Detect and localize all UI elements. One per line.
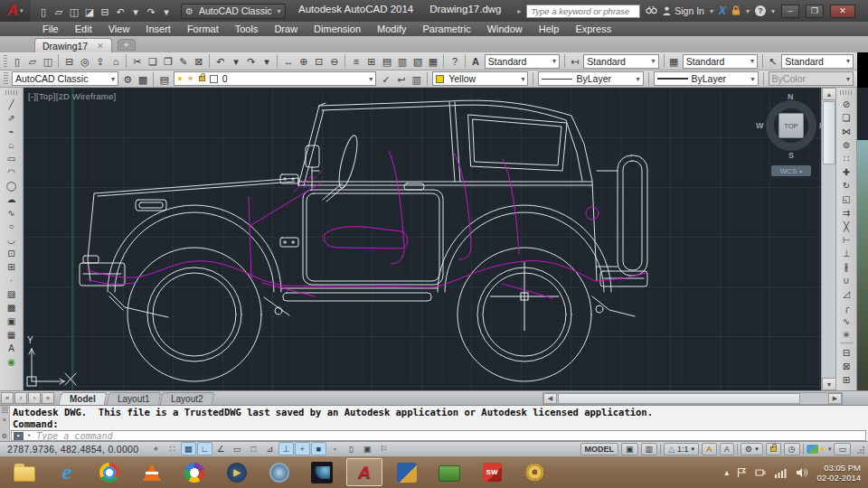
model-space-button[interactable]: MODEL: [580, 443, 619, 455]
horizontal-scrollbar[interactable]: ◀ ▶: [542, 392, 843, 405]
auto-annotation-icon[interactable]: A: [720, 443, 735, 455]
power-plug-icon[interactable]: [755, 467, 767, 478]
object-snap-tracking-toggle[interactable]: ⊿: [262, 442, 278, 455]
help-icon[interactable]: ?: [755, 5, 766, 16]
help-icon[interactable]: ?: [447, 53, 462, 69]
dynamic-ucs-toggle[interactable]: ⊥: [278, 442, 294, 455]
scale-icon[interactable]: ◱: [838, 192, 854, 205]
toolbar-lock-icon[interactable]: [766, 443, 781, 455]
rotate-icon[interactable]: ↻: [838, 178, 854, 192]
fillet-icon[interactable]: ╭: [838, 300, 854, 314]
dimension-style-dropdown[interactable]: Standard▾: [583, 54, 658, 69]
multiline-text-icon[interactable]: A: [4, 341, 20, 354]
redo-icon[interactable]: ↷: [144, 4, 158, 19]
vlc-icon[interactable]: [134, 458, 170, 486]
linetype-control-dropdown[interactable]: ByLayer▾: [538, 71, 643, 86]
match-properties-icon[interactable]: ✎: [175, 53, 191, 69]
designcenter-icon[interactable]: ⊞: [363, 53, 379, 69]
viewcube-top-face[interactable]: TOP: [778, 113, 804, 138]
polygon-icon[interactable]: ⌂: [4, 137, 20, 151]
menu-file[interactable]: File: [34, 22, 67, 36]
layout-tab-model[interactable]: Model: [58, 392, 107, 406]
gold-disc-icon[interactable]: [516, 458, 552, 486]
toolbar-grip[interactable]: [5, 90, 18, 95]
redo-dropdown-icon[interactable]: ▾: [159, 4, 174, 19]
undo-dropdown-icon[interactable]: ▾: [228, 53, 243, 69]
annotation-visibility-icon[interactable]: A: [702, 443, 717, 455]
zoom-window-icon[interactable]: ⊡: [311, 53, 326, 69]
break-at-point-icon[interactable]: ⊥: [838, 246, 854, 259]
point-icon[interactable]: ·: [4, 273, 20, 286]
gradient-icon[interactable]: ▩: [4, 300, 20, 314]
minimize-button[interactable]: –: [781, 5, 799, 18]
drawing-tab[interactable]: Drawing17 ✕: [34, 38, 112, 52]
customize-icon[interactable]: ⚙: [2, 431, 6, 440]
hatch-icon[interactable]: ▨: [4, 286, 20, 300]
open-file-icon[interactable]: ▱: [24, 53, 40, 69]
erase-icon[interactable]: ⊘: [838, 97, 854, 110]
join-icon[interactable]: ∪: [838, 273, 854, 286]
isolate-objects-icon[interactable]: ◷: [784, 443, 800, 455]
toolbar-grip[interactable]: [4, 72, 8, 85]
ellipse-icon[interactable]: ○: [4, 219, 20, 232]
plot-icon[interactable]: ⊟: [61, 53, 77, 69]
maximize-button[interactable]: ❐: [806, 5, 824, 18]
grid-display-toggle[interactable]: ▦: [181, 442, 196, 455]
polar-tracking-toggle[interactable]: ∠: [213, 442, 229, 455]
viewcube-south[interactable]: S: [788, 151, 794, 160]
snap-mode-toggle[interactable]: ∷: [165, 442, 180, 455]
table-icon[interactable]: ▦: [4, 327, 20, 341]
revision-cloud-icon[interactable]: ☁: [4, 192, 20, 205]
close-tab-icon[interactable]: ✕: [97, 42, 104, 51]
open-file-icon[interactable]: ▱: [52, 4, 66, 19]
region-icon[interactable]: ▣: [4, 314, 20, 327]
color-control-dropdown[interactable]: Yellow▾: [432, 71, 528, 86]
markup-set-manager-icon[interactable]: ▧: [410, 53, 425, 69]
toolbar-grip[interactable]: [4, 55, 7, 68]
publish-icon[interactable]: ⇪: [92, 53, 108, 69]
chamfer-icon[interactable]: ◿: [838, 286, 854, 300]
send-to-back-icon[interactable]: ⊠: [838, 359, 854, 372]
workspace-switching-icon[interactable]: ⚙▾: [741, 443, 763, 455]
arc-icon[interactable]: ◠: [4, 164, 20, 178]
plot-icon[interactable]: ⊟: [98, 4, 112, 19]
sheet-set-manager-icon[interactable]: ▥: [394, 53, 410, 69]
tool-palettes-icon[interactable]: ▤: [379, 53, 394, 69]
ortho-mode-toggle[interactable]: ∟: [197, 442, 212, 455]
sign-in-button[interactable]: Sign In: [663, 5, 704, 16]
show-lineweight-toggle[interactable]: ■: [311, 442, 326, 455]
command-drag-grip[interactable]: [2, 407, 8, 414]
annotation-monitor-toggle[interactable]: ⚐: [376, 442, 392, 455]
layout-tab-layout1[interactable]: Layout1: [106, 392, 161, 406]
save-icon[interactable]: ◫: [40, 53, 55, 69]
swirl-app-icon[interactable]: [261, 458, 297, 486]
clean-screen-icon[interactable]: ▭: [834, 443, 851, 455]
break-icon[interactable]: ∦: [838, 259, 854, 273]
new-tab-button[interactable]: +: [118, 39, 136, 51]
menu-tools[interactable]: Tools: [227, 22, 267, 36]
array-icon[interactable]: ∷: [838, 151, 854, 164]
properties-palette-icon[interactable]: ≡: [348, 53, 363, 69]
menu-draw[interactable]: Draw: [266, 22, 306, 36]
workspaces-dropdown[interactable]: AutoCAD Classic▾: [12, 71, 118, 86]
selection-cycling-toggle[interactable]: ▣: [360, 442, 375, 455]
recent-commands-icon[interactable]: ▾: [27, 432, 31, 439]
quickcalc-icon[interactable]: ▦: [425, 53, 440, 69]
undo-icon[interactable]: ↶: [113, 4, 127, 19]
viewcube-west[interactable]: W: [756, 121, 764, 130]
scroll-right-icon[interactable]: ▶: [828, 393, 842, 404]
export-dwf-icon[interactable]: ⌂: [108, 53, 123, 69]
internet-explorer-icon[interactable]: e: [49, 458, 85, 486]
move-icon[interactable]: ✚: [838, 164, 854, 178]
quick-properties-toggle[interactable]: ▯: [344, 442, 359, 455]
block-editor-icon[interactable]: ⊠: [191, 53, 206, 69]
action-center-flag-icon[interactable]: [737, 467, 747, 478]
zoom-previous-icon[interactable]: ⊖: [326, 53, 342, 69]
workspace-dropdown[interactable]: ⚙ AutoCAD Classic ▾: [181, 4, 286, 19]
cut-icon[interactable]: ✂: [129, 53, 145, 69]
layer-control-dropdown[interactable]: ● ☀ 0 ▾: [174, 71, 376, 86]
construction-line-icon[interactable]: ⇗: [4, 110, 20, 124]
search-binoculars-icon[interactable]: [646, 5, 657, 16]
status-tray-menu-icon[interactable]: ▾: [828, 446, 832, 453]
next-tab-icon[interactable]: ›: [28, 392, 41, 404]
